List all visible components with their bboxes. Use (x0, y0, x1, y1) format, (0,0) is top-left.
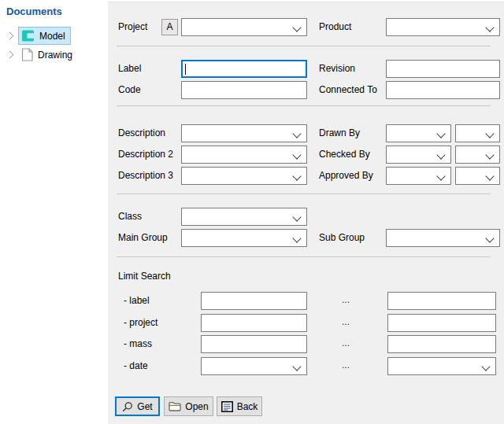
class-combobox[interactable] (181, 208, 307, 226)
open-button-label: Open (185, 401, 208, 412)
revision-input[interactable] (386, 60, 500, 78)
checked-by-secondary-combobox[interactable] (455, 146, 500, 164)
chevron-down-icon (292, 129, 301, 138)
connected-to-input[interactable] (386, 81, 500, 99)
expand-chevron-icon[interactable] (6, 51, 14, 59)
sidebar-title: Documents (6, 6, 62, 17)
code-label: Code (118, 81, 141, 99)
description-combobox[interactable] (181, 124, 307, 142)
tree-item-label: Drawing (38, 50, 72, 61)
expand-chevron-icon[interactable] (6, 32, 14, 40)
chevron-down-icon (436, 171, 445, 180)
separator (117, 105, 491, 106)
class-label: Class (118, 208, 142, 226)
description3-label: Description 3 (118, 167, 173, 185)
label-label: Label (118, 60, 141, 78)
back-button-label: Back (237, 401, 258, 412)
get-button[interactable]: Get (115, 396, 160, 416)
sub-group-label: Sub Group (319, 229, 365, 247)
chevron-down-icon (485, 129, 494, 138)
search-icon (122, 401, 133, 412)
chevron-down-icon (292, 362, 301, 371)
separator (117, 46, 491, 46)
range-separator: ... (342, 292, 358, 310)
drawn-by-combobox[interactable] (386, 124, 451, 142)
chevron-down-icon (436, 150, 445, 159)
limit-mass-label: - mass (124, 335, 152, 353)
connected-to-label: Connected To (319, 81, 377, 99)
chevron-down-icon (292, 23, 301, 31)
limit-date-from-combobox[interactable] (201, 357, 307, 375)
get-button-label: Get (137, 401, 152, 412)
product-label: Product (319, 18, 351, 36)
text-cursor (185, 64, 186, 75)
chevron-down-icon (481, 362, 490, 371)
separator (117, 194, 491, 194)
code-input[interactable] (181, 81, 307, 99)
range-separator: ... (342, 314, 358, 332)
tree-item-drawing[interactable]: Drawing (0, 46, 78, 64)
label-input[interactable] (181, 60, 307, 78)
limit-mass-to-input[interactable] (387, 335, 496, 353)
chevron-down-icon (485, 234, 494, 242)
limit-date-to-combobox[interactable] (387, 357, 496, 375)
open-button[interactable]: Open (164, 396, 213, 416)
sub-group-combobox[interactable] (386, 229, 500, 247)
range-separator: ... (342, 335, 358, 353)
chevron-down-icon (436, 129, 445, 138)
documents-sidebar: Documents Model Drawing (0, 0, 108, 424)
description3-combobox[interactable] (181, 167, 307, 185)
chevron-down-icon (485, 150, 494, 159)
checked-by-label: Checked By (319, 146, 370, 164)
chevron-down-icon (292, 150, 301, 159)
tree-item-plain[interactable]: Drawing (18, 46, 78, 64)
chevron-down-icon (485, 23, 494, 31)
form-icon (221, 401, 233, 412)
chevron-down-icon (292, 171, 301, 180)
model-icon (21, 30, 35, 42)
limit-search-title: Limit Search (118, 270, 171, 282)
back-button[interactable]: Back (217, 396, 262, 416)
approved-by-label: Approved By (319, 167, 373, 185)
limit-mass-from-input[interactable] (201, 335, 307, 353)
approved-by-combobox[interactable] (386, 167, 451, 185)
tree-item-selection[interactable]: Model (18, 27, 71, 45)
tree-item-model[interactable]: Model (0, 27, 71, 45)
project-attribute-button[interactable]: A (161, 19, 178, 35)
limit-label-from-input[interactable] (201, 292, 307, 310)
folder-icon (169, 401, 181, 411)
search-form-panel: Project A Product Label Revision Code Co… (108, 2, 504, 424)
drawing-icon (21, 48, 33, 61)
product-combobox[interactable] (386, 18, 500, 36)
limit-label-label: - label (124, 292, 150, 310)
description-label: Description (118, 124, 165, 142)
main-group-combobox[interactable] (181, 229, 307, 247)
chevron-down-icon (485, 171, 494, 180)
description2-label: Description 2 (118, 146, 173, 164)
range-separator: ... (342, 357, 358, 375)
limit-project-from-input[interactable] (201, 314, 307, 332)
drawn-by-secondary-combobox[interactable] (455, 124, 500, 142)
chevron-down-icon (292, 212, 301, 221)
main-group-label: Main Group (118, 229, 168, 247)
drawn-by-label: Drawn By (319, 124, 360, 142)
limit-project-label: - project (124, 314, 158, 332)
limit-label-to-input[interactable] (387, 292, 496, 310)
tree-item-label: Model (39, 31, 65, 42)
limit-project-to-input[interactable] (387, 314, 496, 332)
description2-combobox[interactable] (181, 146, 307, 164)
chevron-down-icon (292, 234, 301, 242)
limit-date-label: - date (124, 357, 148, 375)
approved-by-secondary-combobox[interactable] (455, 167, 500, 185)
project-combobox[interactable] (181, 18, 307, 36)
checked-by-combobox[interactable] (386, 146, 451, 164)
separator (117, 256, 491, 257)
revision-label: Revision (319, 60, 355, 78)
project-label: Project (118, 18, 147, 36)
